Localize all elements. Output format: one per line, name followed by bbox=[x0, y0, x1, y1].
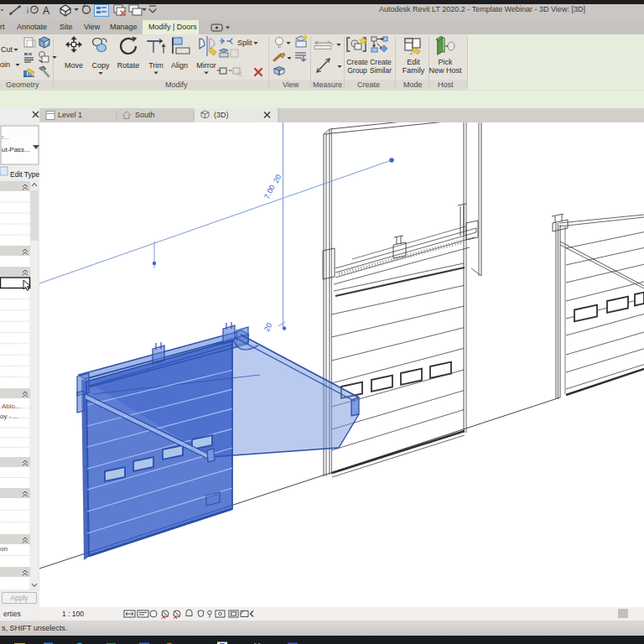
svg-text:oy - ...: oy - ... bbox=[0, 413, 18, 420]
svg-text:Group: Group bbox=[347, 66, 367, 75]
svg-text:A: A bbox=[43, 5, 49, 17]
svg-text:i: i bbox=[27, 7, 29, 15]
svg-text:Similar: Similar bbox=[370, 66, 392, 75]
svg-text:Cut: Cut bbox=[1, 45, 13, 54]
svg-text:ut-Pass...: ut-Pass... bbox=[2, 146, 30, 153]
svg-text:New Host: New Host bbox=[428, 66, 462, 75]
svg-text:20: 20 bbox=[272, 173, 283, 184]
svg-text:7.00: 7.00 bbox=[262, 184, 277, 200]
svg-text:Trim: Trim bbox=[148, 61, 164, 70]
svg-text:Edit Type: Edit Type bbox=[10, 170, 39, 179]
svg-text:Ablo...: Ablo... bbox=[2, 402, 21, 410]
svg-text:oin: oin bbox=[0, 60, 10, 69]
svg-text:Create: Create bbox=[370, 58, 392, 66]
svg-text:Family: Family bbox=[402, 66, 425, 75]
svg-text:20: 20 bbox=[262, 321, 274, 333]
svg-text:Mirror: Mirror bbox=[196, 61, 216, 70]
svg-text:Split: Split bbox=[237, 39, 252, 47]
svg-text:Pick: Pick bbox=[438, 58, 453, 66]
svg-text:1 : 100: 1 : 100 bbox=[62, 610, 84, 618]
svg-text:r...: r... bbox=[2, 133, 9, 141]
svg-text:Move: Move bbox=[65, 61, 83, 70]
svg-text:Rotate: Rotate bbox=[117, 61, 140, 70]
svg-text:Edit: Edit bbox=[407, 58, 420, 66]
svg-text:Align: Align bbox=[171, 61, 188, 70]
svg-text:on: on bbox=[0, 545, 8, 553]
svg-text:Copy: Copy bbox=[91, 61, 110, 70]
svg-text:Create: Create bbox=[346, 58, 368, 66]
